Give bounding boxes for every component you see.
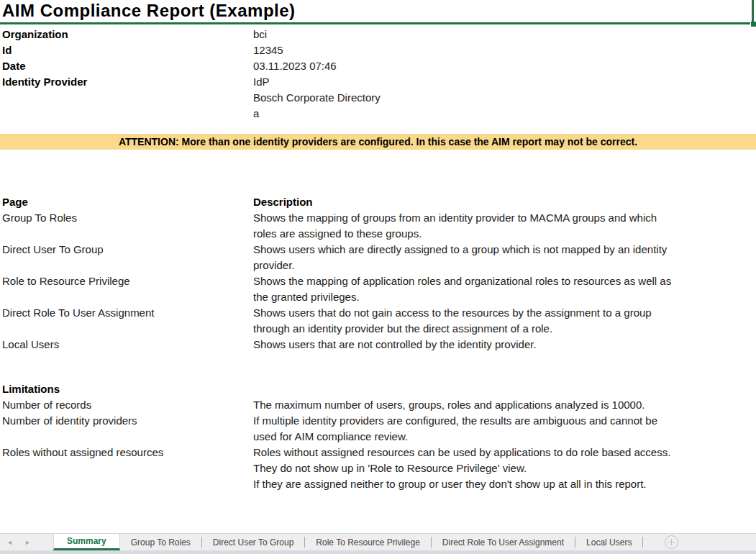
page-row: Local Users Shows users that are not con… xyxy=(0,337,756,353)
right-border xyxy=(752,0,754,24)
info-value: a xyxy=(253,106,756,122)
tab-local-users[interactable]: Local Users xyxy=(575,534,642,550)
limitation-name: Roles without assigned resources xyxy=(0,445,253,492)
info-value: Bosch Corporate Directory xyxy=(253,90,756,106)
status-bar-edge xyxy=(0,550,756,554)
page-row: Direct User To Group Shows users which a… xyxy=(0,242,756,273)
pages-header-row: Page Description xyxy=(0,194,756,210)
attention-banner-text: ATTENTION: More than one identity provid… xyxy=(119,136,637,147)
page-name: Local Users xyxy=(0,337,253,353)
info-row: Bosch Corporate Directory xyxy=(0,90,756,106)
add-sheet-button[interactable] xyxy=(665,535,678,549)
page-name: Direct User To Group xyxy=(0,242,253,273)
page-name: Role to Resource Privilege xyxy=(0,273,253,305)
attention-banner: ATTENTION: More than one identity provid… xyxy=(0,134,756,150)
tab-direct-user-to-group[interactable]: Direct User To Group xyxy=(202,534,304,550)
page-description: Shows users that do not gain access to t… xyxy=(253,305,756,337)
page-title: AIM Compliance Report (Example) xyxy=(2,1,296,21)
info-label xyxy=(0,106,253,122)
sheet-nav-arrows: ◄ ► xyxy=(0,534,53,550)
title-underline xyxy=(0,22,750,24)
info-label: Organization xyxy=(0,27,253,42)
info-label: Identity Provider xyxy=(0,74,253,90)
limitation-name: Number of records xyxy=(0,397,253,413)
limitation-description: Roles without assigned resources can be … xyxy=(253,445,756,492)
info-value: bci xyxy=(253,27,756,42)
sheet-tab-bar: ◄ ► Summary Group To Roles Direct User T… xyxy=(0,533,756,550)
limitation-name: Number of identity providers xyxy=(0,413,253,445)
tab-direct-role-to-user-assignment[interactable]: Direct Role To User Assignment xyxy=(432,534,575,550)
page-description: Shows users which are directly assigned … xyxy=(253,242,756,273)
limitation-row: Number of records The maximum number of … xyxy=(0,397,756,413)
info-row: a xyxy=(0,106,756,122)
info-label xyxy=(0,90,253,106)
info-value: IdP xyxy=(253,74,756,90)
report-info: Organizationbci Id12345 Date03.11.2023 0… xyxy=(0,27,756,122)
page-row: Group To Roles Shows the mapping of grou… xyxy=(0,210,756,242)
page-row: Direct Role To User Assignment Shows use… xyxy=(0,305,756,337)
page-name: Group To Roles xyxy=(0,210,253,242)
pages-section: Page Description Group To Roles Shows th… xyxy=(0,194,756,353)
page-description: Shows users that are not controlled by t… xyxy=(253,337,756,353)
info-row: Organizationbci xyxy=(0,27,756,42)
tab-role-to-resource-privilege[interactable]: Role To Resource Privilege xyxy=(305,534,431,550)
info-label: Date xyxy=(0,58,253,74)
info-value: 03.11.2023 07:46 xyxy=(253,58,756,74)
info-row: Identity ProviderIdP xyxy=(0,74,756,90)
tab-separator xyxy=(642,537,643,548)
limitations-heading: Limitations xyxy=(0,381,756,397)
page-description: Shows the mapping of groups from an iden… xyxy=(253,210,756,242)
pages-col-header-page: Page xyxy=(0,194,253,210)
limitation-row: Number of identity providers If multiple… xyxy=(0,413,756,445)
page-row: Role to Resource Privilege Shows the map… xyxy=(0,273,756,305)
limitations-section: Limitations Number of records The maximu… xyxy=(0,381,756,492)
page-description: Shows the mapping of application roles a… xyxy=(253,273,756,305)
pages-col-header-description: Description xyxy=(253,194,756,210)
info-value: 12345 xyxy=(253,42,756,58)
info-row: Id12345 xyxy=(0,42,756,58)
limitation-row: Roles without assigned resources Roles w… xyxy=(0,445,756,492)
scroll-tabs-left-icon[interactable]: ◄ xyxy=(6,539,13,546)
info-row: Date03.11.2023 07:46 xyxy=(0,58,756,74)
tab-summary[interactable]: Summary xyxy=(53,534,120,550)
page-name: Direct Role To User Assignment xyxy=(0,305,253,337)
info-label: Id xyxy=(0,42,253,58)
scroll-tabs-right-icon[interactable]: ► xyxy=(24,539,31,546)
limitation-description: The maximum number of users, groups, rol… xyxy=(253,397,756,413)
tab-group-to-roles[interactable]: Group To Roles xyxy=(120,534,201,550)
limitation-description: If multiple identity providers are confi… xyxy=(253,413,756,445)
